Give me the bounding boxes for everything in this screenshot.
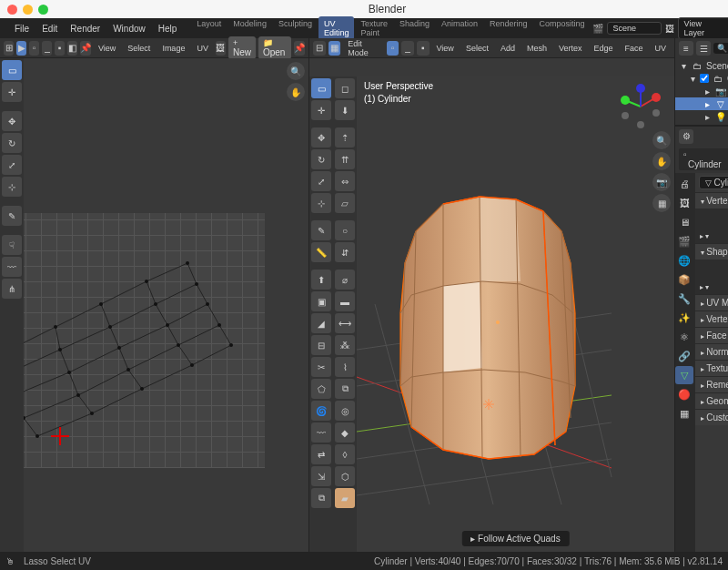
tool-relax[interactable]: 〰 bbox=[2, 257, 22, 277]
vp-menu-edge[interactable]: Edge bbox=[589, 44, 617, 53]
uv-menu-uv[interactable]: UV bbox=[192, 44, 213, 53]
tool-select-box[interactable]: ▭ bbox=[2, 60, 22, 80]
uv-menu-select[interactable]: Select bbox=[123, 44, 155, 53]
tool-rotate[interactable]: ↻ bbox=[2, 133, 22, 153]
menu-window[interactable]: Window bbox=[107, 22, 151, 36]
mode-dropdown[interactable]: Edit Mode bbox=[343, 39, 383, 57]
tool-more3[interactable]: ⬡ bbox=[335, 466, 355, 486]
uv-sync-icon[interactable]: ▶ bbox=[16, 41, 26, 56]
uv-selmode-vertex-icon[interactable]: ▫ bbox=[29, 41, 39, 56]
close-window-button[interactable] bbox=[7, 5, 17, 15]
editor-type-icon[interactable]: ⊞ bbox=[4, 41, 14, 56]
tab-constraints[interactable]: 🔗 bbox=[675, 347, 693, 365]
outliner-type-icon[interactable]: ≡ bbox=[679, 41, 693, 56]
ws-animation[interactable]: Animation bbox=[436, 16, 483, 40]
tool-cursor-3d[interactable]: ✛ bbox=[311, 100, 331, 120]
tool-inset[interactable]: ▣ bbox=[311, 291, 331, 311]
tree-item-camera[interactable]: ▸📷Camera 👁 bbox=[675, 85, 728, 97]
tool-move-3d[interactable]: ✥ bbox=[311, 127, 331, 148]
uv-pan-icon[interactable]: ✋ bbox=[287, 83, 305, 101]
tool-vertex-slide[interactable]: ⟷ bbox=[335, 313, 355, 333]
mode-icon[interactable]: ▦ bbox=[329, 41, 341, 56]
tool-rotate-3d[interactable]: ↻ bbox=[311, 149, 331, 169]
panel-remesh[interactable]: Remesh bbox=[695, 376, 728, 392]
selmode-vertex-icon[interactable]: ▫ bbox=[387, 41, 399, 56]
uv-selmode-island-icon[interactable]: ◧ bbox=[67, 41, 77, 56]
tab-particles[interactable]: ✨ bbox=[675, 309, 693, 327]
crumb-object[interactable]: ▫ Cylinder bbox=[679, 148, 728, 170]
tool-around[interactable]: ◎ bbox=[335, 401, 355, 421]
tool-extrude-manifold[interactable]: ⬇ bbox=[335, 100, 355, 120]
panel-vertex-groups[interactable]: Vertex Groups bbox=[695, 192, 728, 209]
uv-menu-view[interactable]: View bbox=[94, 44, 120, 53]
panel-face-maps[interactable]: Face Maps bbox=[695, 327, 728, 343]
tool-extrude-normal[interactable]: ⇡ bbox=[335, 127, 355, 148]
ws-uv-editing[interactable]: UV Editing bbox=[318, 16, 355, 40]
viewport-3d[interactable]: User Perspective (1) Cylinder 🔍 ✋ 📷 ▦ bbox=[357, 76, 674, 552]
menu-render[interactable]: Render bbox=[65, 22, 106, 36]
tool-add-cube[interactable]: ◻ bbox=[335, 78, 355, 98]
tool-bevel[interactable]: ◢ bbox=[311, 313, 331, 333]
tree-scene-collection[interactable]: ▾🗀Scene Collection bbox=[675, 60, 728, 72]
menu-edit[interactable]: Edit bbox=[36, 22, 63, 36]
tab-data[interactable]: ▽ bbox=[675, 366, 693, 384]
image-slot-icon[interactable]: 🖼 bbox=[216, 41, 226, 56]
tab-material[interactable]: 🔴 bbox=[675, 385, 693, 403]
tool-fill[interactable]: ▬ bbox=[335, 291, 355, 311]
vp-menu-mesh[interactable]: Mesh bbox=[522, 44, 551, 53]
tool-rip[interactable]: ⧉ bbox=[311, 488, 331, 508]
tool-cursor[interactable]: ✛ bbox=[2, 82, 22, 102]
tool-more2[interactable]: ◊ bbox=[335, 444, 355, 464]
tool-transform[interactable]: ⊹ bbox=[2, 177, 22, 197]
tool-active-highlight[interactable]: ▰ bbox=[335, 488, 355, 508]
tool-pinch[interactable]: ⋔ bbox=[2, 279, 22, 299]
collection-checkbox[interactable] bbox=[700, 74, 709, 83]
vp-menu-vertex[interactable]: Vertex bbox=[554, 44, 587, 53]
vp-menu-select[interactable]: Select bbox=[461, 44, 493, 53]
tab-output[interactable]: 🖼 bbox=[675, 194, 693, 212]
uv-selmode-face-icon[interactable]: ▪ bbox=[55, 41, 65, 56]
tool-measure[interactable]: 📏 bbox=[311, 242, 331, 262]
vp-menu-face[interactable]: Face bbox=[620, 44, 647, 53]
outliner-display-icon[interactable]: ☰ bbox=[696, 41, 711, 56]
tab-render[interactable]: 🖨 bbox=[675, 175, 693, 193]
tool-knife[interactable]: ✂ bbox=[311, 357, 331, 377]
tab-scene[interactable]: 🎬 bbox=[675, 232, 693, 250]
editor-type-3d-icon[interactable]: ⊟ bbox=[313, 41, 326, 56]
outliner-search[interactable]: 🔍 bbox=[713, 43, 728, 54]
maximize-window-button[interactable] bbox=[38, 5, 48, 15]
tool-offset-edge[interactable]: ⇔ bbox=[335, 171, 355, 191]
new-image-button[interactable]: + New bbox=[228, 36, 256, 59]
tool-randomize[interactable]: ⁂ bbox=[335, 335, 355, 355]
tool-more1[interactable]: ◆ bbox=[335, 422, 355, 443]
panel-vertex-colors[interactable]: Vertex Colors bbox=[695, 310, 728, 327]
tool-duplicate[interactable]: ⧉ bbox=[335, 379, 355, 399]
selmode-edge-icon[interactable]: ⎯ bbox=[401, 41, 414, 56]
tool-spin[interactable]: 🌀 bbox=[311, 401, 331, 421]
menu-file[interactable]: File bbox=[9, 22, 35, 36]
selmode-face-icon[interactable]: ▪ bbox=[417, 41, 430, 56]
tool-grab[interactable]: ☟ bbox=[2, 235, 22, 255]
tool-extrude-individual[interactable]: ⇈ bbox=[335, 149, 355, 169]
panel-normals[interactable]: Normals bbox=[695, 343, 728, 360]
tool-bisect[interactable]: ⌀ bbox=[335, 270, 355, 290]
uv-selmode-edge-icon[interactable]: ⎯ bbox=[42, 41, 52, 56]
tab-modifiers[interactable]: 🔧 bbox=[675, 290, 693, 308]
tool-pushpull[interactable]: ⇵ bbox=[335, 242, 355, 262]
vp-menu-uv[interactable]: UV bbox=[650, 44, 671, 53]
tab-viewlayer[interactable]: 🖥 bbox=[675, 213, 693, 231]
vp-menu-view[interactable]: View bbox=[432, 44, 459, 53]
tree-collection[interactable]: ▾🗀Collection 👁 bbox=[675, 72, 728, 85]
ws-rendering[interactable]: Rendering bbox=[484, 16, 533, 40]
tab-texture[interactable]: ▦ bbox=[675, 404, 693, 422]
tab-physics[interactable]: ⚛ bbox=[675, 328, 693, 346]
operator-hint[interactable]: ▸ Follow Active Quads bbox=[461, 531, 569, 546]
tool-screw[interactable]: ⌇ bbox=[335, 357, 355, 377]
ws-layout[interactable]: Layout bbox=[191, 16, 227, 40]
ws-shading[interactable]: Shading bbox=[394, 16, 435, 40]
panel-uv-maps[interactable]: UV Maps bbox=[695, 294, 728, 310]
tool-polybuild[interactable]: ⬠ bbox=[311, 379, 331, 399]
tool-select[interactable]: ▭ bbox=[311, 78, 331, 98]
tool-shrink[interactable]: ⇲ bbox=[311, 466, 331, 486]
tool-move[interactable]: ✥ bbox=[2, 111, 22, 131]
